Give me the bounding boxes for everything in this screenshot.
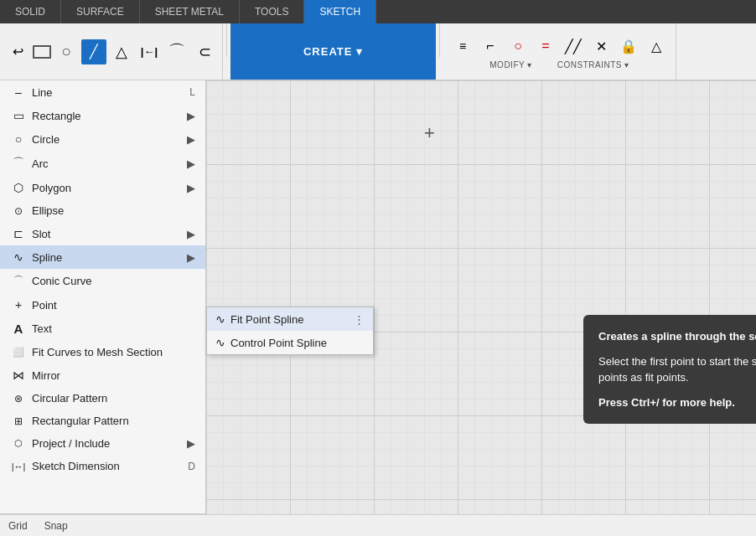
circular-pattern-icon: ⊛ [10,393,27,405]
tab-sketch[interactable]: SKETCH [304,0,376,23]
submenu-control-point-spline[interactable]: ∿ Control Point Spline [207,331,373,354]
tab-solid[interactable]: SOLID [0,0,61,23]
slot-menu-icon: ⊏ [10,227,27,240]
equals-icon[interactable]: = [533,34,558,59]
arc-menu-icon: ⌒ [10,156,27,171]
menu-rectangle[interactable]: ▭ Rectangle ▶ [0,104,205,127]
circle-arrow: ▶ [187,133,195,146]
conic-menu-icon: ⌒ [10,274,27,288]
control-point-spline-icon: ∿ [215,336,225,349]
line-icon: – [10,85,27,99]
line-sketch-icon[interactable]: ╱ [81,39,106,64]
tooltip-title: Creates a spline through the selected fi… [598,328,756,345]
menu-conic-curve[interactable]: ⌒ Conic Curve [0,269,205,293]
main-area: – Line L ▭ Rectangle ▶ ○ Circle ▶ ⌒ Arc … [0,80,756,514]
rect-pattern-icon: ⊞ [10,415,27,427]
canvas-area[interactable]: + Creates a spline through the selected … [206,80,756,514]
fit-curves-label: Fit Curves to Mesh Section [32,346,163,358]
circle2-icon[interactable]: ○ [505,34,531,59]
triangle2-icon[interactable]: △ [644,34,669,59]
menu-arc[interactable]: ⌒ Arc ▶ [0,151,205,176]
circle-menu-icon: ○ [10,132,27,146]
tooltip-hint: Press Ctrl+/ for more help. [598,394,756,411]
secondary-toolbar: Grid Snap [0,514,756,536]
snap-toggle[interactable]: Snap [44,520,68,532]
triangle-icon[interactable]: △ [109,39,134,64]
project-include-arrow: ▶ [187,437,195,450]
mirror-label: Mirror [32,369,60,382]
top-tabs: SOLID SURFACE SHEET METAL TOOLS SKETCH [0,0,756,23]
arc-arrow: ▶ [187,157,195,170]
submenu-fit-point-spline[interactable]: ∿ Fit Point Spline ⋮ [207,307,373,331]
arc-label: Arc [32,157,49,170]
toolbar: ↩ ○ ╱ △ |←| ⌒ ⊂ CREATE ▾ ≡ ⌐ ○ = ╱╱ ✕ 🔒 … [0,23,756,80]
dimension-icon[interactable]: |←| [137,39,162,64]
menu-rectangular-pattern[interactable]: ⊞ Rectangular Pattern [0,410,205,432]
create-menu-button[interactable]: CREATE ▾ [230,23,436,80]
menu-mirror[interactable]: ⋈ Mirror [0,363,205,387]
circle-label: Circle [32,133,60,146]
menu-spline[interactable]: ∿ Spline ▶ [0,245,205,269]
corner-icon[interactable]: ⌐ [478,34,503,59]
line-label: Line [32,86,53,99]
lock-icon[interactable]: 🔒 [616,34,641,59]
menu-slot[interactable]: ⊏ Slot ▶ [0,222,205,245]
text-label: Text [32,322,52,335]
create-label: CREATE ▾ [303,45,363,58]
rect-menu-icon: ▭ [10,109,27,122]
slot-label: Slot [32,228,50,240]
menu-point[interactable]: + Point [0,293,205,317]
menu-line[interactable]: – Line L [0,80,205,104]
point-label: Point [32,299,57,312]
menu-text[interactable]: A Text [0,317,205,341]
polygon-menu-icon: ⬡ [10,181,27,194]
tab-surface[interactable]: SURFACE [61,0,140,23]
project-include-icon: ⬡ [10,438,27,449]
menu-sketch-dimension[interactable]: |↔| Sketch Dimension D [0,455,205,477]
menu-ellipse[interactable]: ⊙ Ellipse [0,199,205,222]
create-dropdown: – Line L ▭ Rectangle ▶ ○ Circle ▶ ⌒ Arc … [0,80,206,514]
spline-arrow: ▶ [187,251,195,264]
svg-rect-1 [206,80,756,514]
spline-menu-icon: ∿ [10,250,27,264]
sketch-dim-icon: |↔| [10,461,27,472]
rect-arrow: ▶ [187,110,195,122]
modify-text[interactable]: MODIFY ▾ [489,60,531,70]
grid-svg [206,80,756,514]
spline-submenu: ∿ Fit Point Spline ⋮ ∿ Control Point Spl… [206,307,374,355]
fit-point-spline-icon: ∿ [215,312,225,326]
menu-circular-pattern[interactable]: ⊛ Circular Pattern [0,387,205,410]
modify-icons: ≡ ⌐ ○ = ╱╱ ✕ 🔒 △ [450,34,669,59]
ellipse-menu-icon: ⊙ [10,205,27,217]
sep2 [439,23,440,57]
crosshair: + [424,122,435,144]
undo-icon[interactable]: ↩ [5,39,30,64]
text-menu-icon: A [10,322,27,336]
tooltip-box: Creates a spline through the selected fi… [583,315,756,424]
mirror-menu-icon: ⋈ [10,368,27,382]
point-menu-icon: + [10,298,27,312]
fit-point-more-icon[interactable]: ⋮ [354,313,365,326]
circle-sketch-icon[interactable]: ○ [54,39,79,64]
hatch-icon[interactable]: ≡ [450,34,475,59]
tab-sheet-metal[interactable]: SHEET METAL [140,0,240,23]
menu-polygon[interactable]: ⬡ Polygon ▶ [0,176,205,199]
slot-icon[interactable]: ⊂ [192,39,217,64]
tab-tools[interactable]: TOOLS [240,0,304,23]
rect-label: Rectangle [32,110,81,122]
menu-circle[interactable]: ○ Circle ▶ [0,127,205,151]
rect-icon[interactable] [33,45,51,59]
diagonal1-icon[interactable]: ╱╱ [561,34,586,59]
arc-icon[interactable]: ⌒ [164,39,189,64]
sep1 [226,23,227,57]
polygon-arrow: ▶ [187,182,195,194]
tooltip-body: Select the first point to start the spli… [598,353,756,386]
grid-toggle[interactable]: Grid [8,520,28,532]
conic-label: Conic Curve [32,275,92,287]
menu-project-include[interactable]: ⬡ Project / Include ▶ [0,432,205,455]
constraints-text[interactable]: CONSTRAINTS ▾ [557,60,629,70]
sketch-tools-section: ↩ ○ ╱ △ |←| ⌒ ⊂ [0,23,223,80]
spline-label: Spline [32,251,62,264]
menu-fit-curves[interactable]: ⬜ Fit Curves to Mesh Section [0,341,205,363]
cross-icon[interactable]: ✕ [588,34,614,59]
